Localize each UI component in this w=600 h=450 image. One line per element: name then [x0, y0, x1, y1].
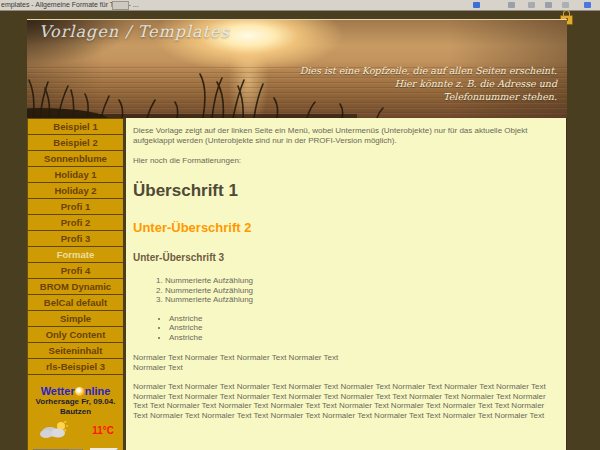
temperature-value: 11°C: [92, 425, 114, 436]
cloud-sun-icon: [39, 421, 69, 439]
sidebar-item-brom-dynamic[interactable]: BROM Dynamic: [28, 279, 123, 295]
bullet-list: Anstriche Anstriche Anstriche: [159, 314, 554, 343]
bullet-list-item: Anstriche: [169, 333, 554, 343]
normal-text-line: Normaler Text: [133, 363, 554, 373]
sidebar-item-rls-beispiel-3[interactable]: rls-Beispiel 3: [28, 359, 123, 375]
sidebar-item-profi-2[interactable]: Profi 2: [28, 215, 123, 231]
sidebar-item-holiday-1[interactable]: Holiday 1: [28, 167, 123, 183]
sun-icon: [75, 387, 84, 396]
heading-3: Unter-Überschrift 3: [133, 252, 554, 263]
minimize-icon[interactable]: [545, 2, 552, 8]
normal-text-paragraph-long: Normaler Text Normaler Text Normaler Tex…: [133, 382, 554, 420]
numbered-list-item: Nummerierte Aufzählung: [165, 276, 554, 286]
header-image: Vorlagen / Templates Dies ist eine Kopfz…: [27, 19, 567, 118]
sidebar-item-only-content[interactable]: Only Content: [28, 327, 123, 343]
normal-text-line: Normaler Text Normaler Text Normaler Tex…: [133, 353, 554, 363]
sidebar-item-beispiel-2[interactable]: Beispiel 2: [28, 135, 123, 151]
site-title: Vorlagen / Templates: [39, 22, 230, 41]
sidebar-item-holiday-2[interactable]: Holiday 2: [28, 183, 123, 199]
heading-1: Überschrift 1: [133, 181, 554, 201]
sidebar-item-beispiel-1[interactable]: Beispiel 1: [28, 118, 123, 135]
heading-2: Unter-Überschrift 2: [133, 220, 554, 235]
weather-condition-row: 11°C: [28, 417, 123, 439]
sidebar-menu: Beispiel 1 Beispiel 2 Sonnenblume Holida…: [27, 118, 123, 450]
city-label: Bautzen: [28, 407, 123, 417]
print-icon[interactable]: [508, 2, 515, 8]
tagline-line: Telefonnummer stehen.: [300, 90, 557, 103]
sidebar-item-sonnenblume[interactable]: Sonnenblume: [28, 151, 123, 167]
site-template: Vorlagen / Templates Dies ist eine Kopfz…: [27, 19, 567, 450]
sidebar-item-seiteninhalt[interactable]: Seiteninhalt: [28, 343, 123, 359]
globe-icon[interactable]: [473, 2, 480, 8]
sidebar-item-belcal-default[interactable]: BelCal default: [28, 295, 123, 311]
bullet-list-item: Anstriche: [169, 314, 554, 324]
main-content: Diese Vorlage zeigt auf der linken Seite…: [126, 118, 567, 450]
weather-widget: Wetternline Vorhersage Fr, 09.04. Bautze…: [28, 375, 123, 450]
numbered-list-item: Nummerierte Aufzählung: [165, 295, 554, 305]
sidebar-item-profi-1[interactable]: Profi 1: [28, 199, 123, 215]
mail-icon[interactable]: [528, 2, 535, 8]
body-row: Beispiel 1 Beispiel 2 Sonnenblume Holida…: [27, 118, 567, 450]
help-icon[interactable]: [584, 2, 591, 8]
bullet-list-item: Anstriche: [169, 323, 554, 333]
normal-text-paragraph: Normaler Text Normaler Text Normaler Tex…: [133, 353, 554, 372]
sidebar-item-profi-3[interactable]: Profi 3: [28, 231, 123, 247]
forecast-date-label: Vorhersage Fr, 09.04.: [28, 397, 123, 407]
screen: emplates - Allgemeine Formate für Texte …: [0, 0, 600, 450]
browser-titlebar: emplates - Allgemeine Formate für Texte …: [0, 0, 600, 11]
sidebar-item-formate[interactable]: Formate: [28, 247, 123, 263]
header-tagline: Dies ist eine Kopfzeile, die auf allen S…: [300, 64, 557, 103]
sidebar-item-profi-4[interactable]: Profi 4: [28, 263, 123, 279]
numbered-list: Nummerierte Aufzählung Nummerierte Aufzä…: [151, 276, 554, 305]
intro-paragraph: Diese Vorlage zeigt auf der linken Seite…: [133, 126, 554, 146]
wetteronline-logo[interactable]: Wetternline: [28, 385, 123, 397]
intro-paragraph-2: Hier noch die Formatierungen:: [133, 156, 554, 166]
tagline-line: Dies ist eine Kopfzeile, die auf allen S…: [300, 64, 557, 77]
logo-text-nline: nline: [85, 385, 111, 397]
logo-text-wetter: Wetter: [41, 385, 75, 397]
titlebar-separator: [112, 1, 129, 10]
tagline-line: Hier könnte z. B. die Adresse und: [300, 77, 557, 90]
numbered-list-item: Nummerierte Aufzählung: [165, 286, 554, 296]
sidebar-item-simple[interactable]: Simple: [28, 311, 123, 327]
restore-icon[interactable]: [562, 2, 569, 8]
